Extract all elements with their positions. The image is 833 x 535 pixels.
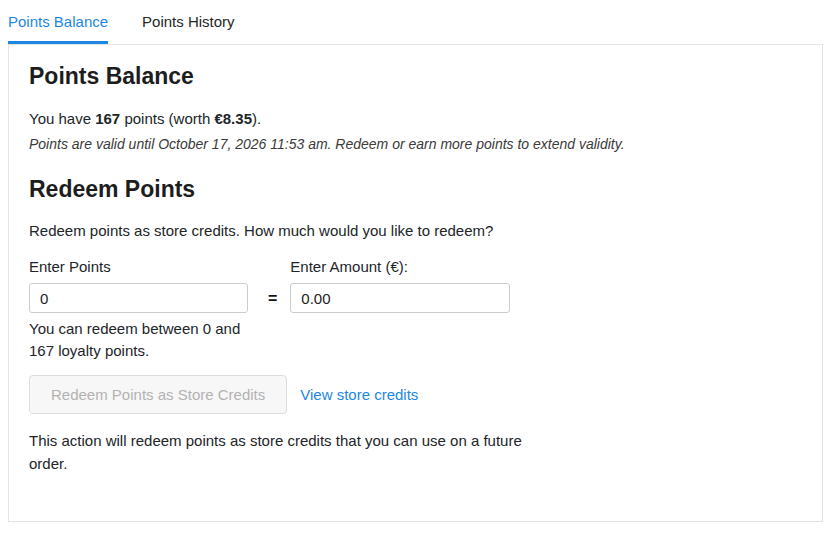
redeem-points-button[interactable]: Redeem Points as Store Credits [29,375,287,414]
points-balance-heading: Points Balance [29,63,802,90]
points-worth: €8.35 [214,110,252,127]
balance-summary: You have 167 points (worth €8.35). [29,109,802,129]
validity-note: Points are valid until October 17, 2026 … [29,135,802,154]
tab-bar: Points Balance Points History [0,0,833,44]
tab-points-history[interactable]: Points History [142,0,235,44]
balance-text-mid: points (worth [120,110,214,127]
redeem-actions: Redeem Points as Store Credits View stor… [29,375,802,414]
view-store-credits-link[interactable]: View store credits [300,386,418,403]
redeem-intro: Redeem points as store credits. How much… [29,221,802,241]
enter-amount-label: Enter Amount (€): [290,256,510,277]
points-count: 167 [95,110,120,127]
tab-points-balance[interactable]: Points Balance [8,0,108,44]
redeem-form: Enter Points You can redeem between 0 an… [29,256,802,362]
points-balance-panel: Points Balance You have 167 points (wort… [8,44,823,522]
amount-input[interactable] [290,283,510,313]
redeem-points-heading: Redeem Points [29,176,802,203]
redeem-range-hint: You can redeem between 0 and 167 loyalty… [29,318,255,362]
enter-points-label: Enter Points [29,256,255,277]
balance-text-pre: You have [29,110,95,127]
points-field-group: Enter Points You can redeem between 0 an… [29,256,255,362]
amount-field-group: Enter Amount (€): [290,256,510,313]
points-input[interactable] [29,283,248,313]
balance-text-post: ). [252,110,261,127]
redeem-footnote: This action will redeem points as store … [29,429,529,475]
equals-sign: = [268,290,277,308]
